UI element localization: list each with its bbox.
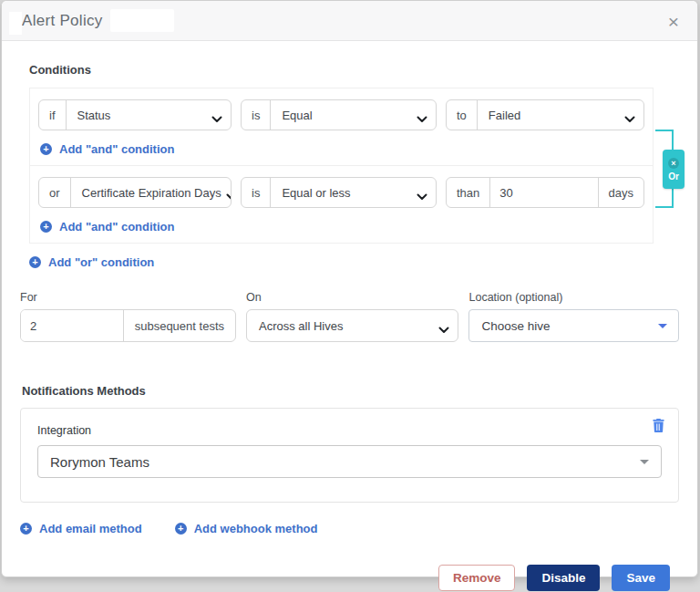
add-webhook-method-link[interactable]: + Add webhook method	[175, 522, 318, 535]
location-label: Location (optional)	[468, 291, 679, 304]
operator-select-group: is Equal	[241, 99, 437, 130]
for-column: For subsequent tests	[20, 291, 236, 342]
add-webhook-method-label: Add webhook method	[194, 522, 318, 535]
value-select[interactable]: Failed	[478, 100, 643, 130]
choose-hive-select[interactable]: Choose hive	[468, 309, 679, 342]
condition-row: or Certificate Expiration Days is Equal …	[38, 177, 644, 208]
add-and-condition-link[interactable]: + Add "and" condition	[40, 220, 174, 234]
chevron-down-icon	[624, 112, 635, 126]
chevron-down-icon	[226, 190, 232, 203]
choose-hive-value: Choose hive	[481, 319, 550, 333]
subsequent-tests-suffix: subsequent tests	[123, 310, 235, 341]
integration-select[interactable]: Rorymon Teams	[37, 445, 662, 478]
to-label: to	[447, 100, 478, 130]
chevron-down-icon	[417, 190, 427, 203]
for-input-group: subsequent tests	[20, 309, 236, 342]
caret-down-icon	[658, 324, 667, 328]
add-email-method-link[interactable]: + Add email method	[20, 522, 142, 535]
add-email-method-label: Add email method	[39, 522, 142, 535]
condition-group-if: if Status is Equal to	[29, 88, 654, 166]
or-label: or	[39, 178, 71, 207]
conditions-container: if Status is Equal to	[29, 88, 654, 244]
plus-circle-icon: +	[40, 143, 52, 155]
modal-header: Alert Policy ×	[2, 1, 697, 41]
operator-select[interactable]: Equal or less	[271, 178, 436, 207]
plus-circle-icon: +	[40, 221, 52, 233]
field-select-value: Status	[77, 109, 111, 122]
chevron-down-icon	[211, 112, 222, 126]
scope-row: For subsequent tests On Across all Hives…	[20, 291, 679, 342]
modal-title: Alert Policy	[22, 12, 103, 30]
plus-circle-icon: +	[29, 256, 41, 268]
modal-body: Conditions if Status is Equal	[2, 63, 697, 591]
save-button[interactable]: Save	[612, 565, 670, 591]
alert-policy-modal: Alert Policy × Conditions if Status i	[1, 0, 698, 577]
operator-select-value: Equal	[282, 109, 312, 122]
location-column: Location (optional) Choose hive	[468, 291, 679, 342]
caret-down-icon	[640, 460, 649, 464]
value-select-group: to Failed	[446, 99, 644, 130]
conditions-section-label: Conditions	[29, 63, 679, 77]
add-and-condition-label: Add "and" condition	[59, 220, 174, 234]
notifications-section-label: Notifications Methods	[22, 384, 679, 398]
if-label: if	[39, 100, 67, 130]
chevron-down-icon	[417, 112, 427, 126]
condition-row: if Status is Equal to	[38, 99, 644, 130]
remove-button[interactable]: Remove	[438, 565, 516, 591]
add-or-condition-label: Add "or" condition	[48, 255, 154, 269]
hives-scope-value: Across all Hives	[259, 319, 343, 333]
than-label: than	[447, 178, 490, 207]
or-badge-label: Or	[668, 171, 679, 182]
field-select[interactable]: Certificate Expiration Days	[71, 178, 232, 207]
trash-icon[interactable]	[651, 417, 666, 434]
operator-select[interactable]: Equal	[271, 100, 436, 130]
disable-button[interactable]: Disable	[527, 565, 600, 591]
redacted-policy-name	[110, 9, 174, 32]
field-select-group: if Status	[38, 99, 232, 130]
field-select[interactable]: Status	[67, 100, 232, 130]
condition-group-or: or Certificate Expiration Days is Equal …	[29, 165, 654, 244]
value-select-value: Failed	[489, 109, 520, 122]
add-or-condition-link[interactable]: + Add "or" condition	[29, 255, 154, 269]
close-icon[interactable]: ×	[664, 8, 683, 35]
add-and-condition-link[interactable]: + Add "and" condition	[40, 142, 174, 156]
field-select-group: or Certificate Expiration Days	[38, 177, 232, 208]
for-label: For	[20, 291, 236, 304]
footer-actions: Remove Disable Save	[20, 565, 679, 591]
hives-scope-select[interactable]: Across all Hives	[246, 309, 458, 342]
is-label: is	[242, 178, 271, 207]
remove-or-icon[interactable]: ×	[668, 158, 679, 169]
on-column: On Across all Hives	[246, 291, 458, 342]
chevron-down-icon	[438, 323, 449, 337]
integration-card: Integration Rorymon Teams	[20, 408, 679, 503]
add-or-row: + Add "or" condition	[29, 253, 679, 269]
integration-select-value: Rorymon Teams	[50, 454, 149, 470]
operator-select-value: Equal or less	[282, 186, 350, 200]
on-label: On	[246, 291, 458, 304]
operator-select-group: is Equal or less	[241, 177, 437, 208]
integration-label: Integration	[37, 424, 91, 437]
plus-circle-icon: +	[175, 523, 187, 535]
threshold-input[interactable]	[490, 178, 597, 207]
or-badge[interactable]: × Or	[663, 150, 685, 189]
add-and-condition-label: Add "and" condition	[59, 142, 174, 156]
days-unit-label: days	[598, 178, 643, 207]
threshold-input-group: than days	[446, 177, 644, 208]
plus-circle-icon: +	[20, 523, 32, 535]
redacted-area	[9, 12, 22, 35]
field-select-value: Certificate Expiration Days	[82, 186, 221, 200]
method-links-row: + Add email method + Add webhook method	[20, 522, 679, 535]
is-label: is	[242, 100, 271, 130]
subsequent-tests-input[interactable]	[21, 310, 123, 341]
